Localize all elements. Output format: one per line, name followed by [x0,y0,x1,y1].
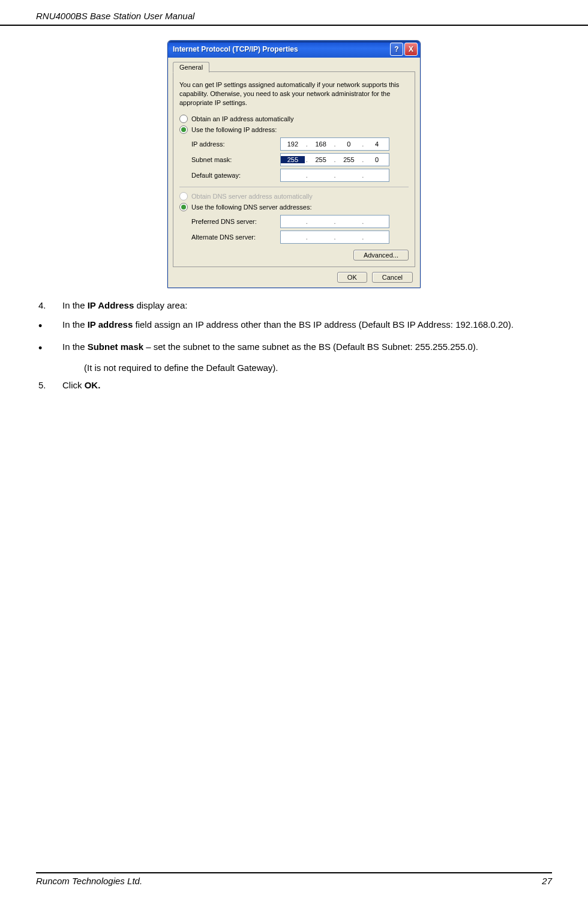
bullet-ip-address: In the IP address field assign an IP add… [36,318,552,334]
ok-button[interactable]: OK [337,272,367,283]
description-text: You can get IP settings assigned automat… [179,80,409,107]
radio-icon [179,115,188,123]
gateway-note: (It is not required to define the Defaul… [84,363,552,373]
ip-octet-2: 168 [309,140,333,148]
dialog-actions: OK Cancel [173,267,415,283]
window-buttons: ? X [390,43,418,56]
ip-fields: IP address: 192. 168. 0. 4 Subnet mask: [191,137,409,182]
radio-label: Use the following IP address: [191,126,277,133]
help-button[interactable]: ? [390,43,403,56]
subnet-mask-input[interactable]: 255. 255. 255. 0 [280,153,389,166]
radio-obtain-ip[interactable]: Obtain an IP address automatically [179,115,409,123]
alternate-dns-input[interactable]: . . . [280,231,389,244]
preferred-dns-label: Preferred DNS server: [191,218,275,225]
radio-label: Obtain DNS server address automatically [191,193,313,200]
advanced-row: Advanced... [179,250,409,261]
header-title: RNU4000BS Base Station User Manual [36,11,194,21]
bullet-text: In the IP address field assign an IP add… [62,318,552,334]
radio-icon [179,192,188,200]
dialog-body: General You can get IP settings assigned… [168,58,420,288]
bullet-subnet-mask: In the Subnet mask – set the subnet to t… [36,340,552,357]
ip-octet-4: 4 [365,140,389,148]
footer-page-number: 27 [542,876,552,886]
dialog-container: Internet Protocol (TCP/IP) Properties ? … [36,40,552,288]
advanced-button[interactable]: Advanced... [353,250,409,261]
subnet-octet-2: 255 [309,156,333,163]
radio-use-dns[interactable]: Use the following DNS server addresses: [179,203,409,211]
subnet-octet-3: 255 [337,156,361,163]
page-content: Internet Protocol (TCP/IP) Properties ? … [0,26,588,393]
radio-obtain-dns: Obtain DNS server address automatically [179,192,409,200]
subnet-octet-1: 255 [281,156,305,163]
radio-icon [179,203,188,211]
close-button[interactable]: X [404,43,418,56]
page-header: RNU4000BS Base Station User Manual [0,0,588,26]
bullet-icon [36,340,62,357]
ip-address-input[interactable]: 192. 168. 0. 4 [280,137,389,151]
step-4: 4. In the IP Address display area: [36,299,552,313]
cancel-button[interactable]: Cancel [372,272,413,283]
preferred-dns-input[interactable]: . . . [280,215,389,228]
radio-icon [179,125,188,134]
dns-fields: Preferred DNS server: . . . Alternate DN… [191,215,409,244]
gateway-input[interactable]: . . . [280,169,389,182]
step-5: 5. Click OK. [36,379,552,393]
footer-company: Runcom Technologies Ltd. [36,876,142,886]
page-footer: Runcom Technologies Ltd. 27 [36,872,552,886]
step-number: 5. [36,379,62,393]
tab-strip: General [173,61,415,72]
bullet-text: In the Subnet mask – set the subnet to t… [62,340,552,357]
instruction-steps: 4. In the IP Address display area: In th… [36,299,552,393]
ip-octet-3: 0 [337,140,361,148]
ip-octet-1: 192 [281,140,305,148]
group-separator [179,187,409,187]
alternate-dns-label: Alternate DNS server: [191,234,275,241]
step-number: 4. [36,299,62,313]
step-text: In the IP Address display area: [62,299,552,313]
step-text: Click OK. [62,379,552,393]
radio-label: Obtain an IP address automatically [191,115,293,122]
tab-general[interactable]: General [173,62,209,73]
subnet-octet-4: 0 [365,156,389,163]
bullet-icon [36,318,62,334]
tab-panel-general: You can get IP settings assigned automat… [173,71,415,267]
window-title: Internet Protocol (TCP/IP) Properties [173,45,390,53]
tcpip-properties-dialog: Internet Protocol (TCP/IP) Properties ? … [167,40,421,288]
close-icon: X [409,45,413,53]
title-bar: Internet Protocol (TCP/IP) Properties ? … [168,41,420,58]
gateway-label: Default gateway: [191,172,275,179]
ip-address-label: IP address: [191,140,275,148]
help-icon: ? [394,45,398,53]
radio-use-ip[interactable]: Use the following IP address: [179,125,409,134]
subnet-mask-label: Subnet mask: [191,156,275,163]
radio-label: Use the following DNS server addresses: [191,203,312,211]
